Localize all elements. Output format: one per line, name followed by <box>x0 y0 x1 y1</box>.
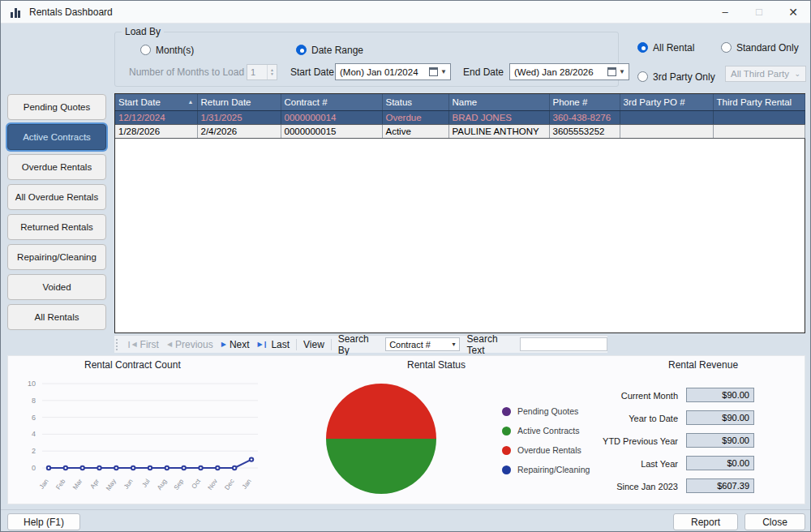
toolbar-grip-icon <box>116 339 120 350</box>
toolbar-separator <box>296 339 297 350</box>
report-button[interactable]: Report <box>673 513 738 530</box>
legend-item: Repairing/Cleaning <box>502 464 590 475</box>
minimize-button[interactable]: – <box>708 1 742 23</box>
calendar-icon[interactable] <box>429 67 438 76</box>
radio-icon[interactable] <box>140 45 151 55</box>
view-button[interactable]: View <box>303 339 324 350</box>
calendar-icon[interactable] <box>607 67 616 76</box>
sort-ascending-icon: ▲ <box>188 99 194 105</box>
standard-only-radio[interactable]: Standard Only <box>721 40 799 53</box>
close-button[interactable]: ✕ <box>776 1 810 23</box>
column-header-name[interactable]: Name <box>448 94 549 110</box>
chevron-down-icon[interactable]: ▼ <box>440 68 447 75</box>
radio-icon[interactable] <box>637 71 648 82</box>
cell-phone[interactable]: 3605553252 <box>549 124 620 138</box>
search-by-dropdown[interactable]: Contract # ▾ <box>385 337 459 351</box>
chevron-down-icon[interactable]: ▼ <box>619 68 625 75</box>
third-party-only-radio[interactable]: 3rd Party Only <box>637 69 715 82</box>
cell-start-date[interactable]: 1/28/2026 <box>115 124 197 138</box>
help-button[interactable]: Help (F1) <box>7 513 80 530</box>
record-navigation-toolbar: ❙◀First ◀Previous ▶Next ▶❙Last View Sear… <box>114 335 607 353</box>
svg-text:4: 4 <box>32 430 36 438</box>
svg-text:Mar: Mar <box>71 478 84 491</box>
legend-item: Active Contracts <box>502 425 579 436</box>
last-button[interactable]: ▶❙Last <box>258 339 290 350</box>
column-label: Start Date <box>118 97 161 107</box>
column-header-start-date[interactable]: Start Date▲ <box>115 94 197 110</box>
revenue-row-label: Since Jan 2023 <box>589 482 678 491</box>
cell-contract[interactable]: 0000000014 <box>281 110 382 124</box>
radio-checked-icon[interactable] <box>296 45 307 55</box>
chevron-down-icon: ⌄ <box>789 70 805 78</box>
sidebar-item-pending-quotes[interactable]: Pending Quotes <box>7 94 106 120</box>
svg-text:6: 6 <box>32 414 36 422</box>
start-date-picker[interactable]: (Mon) Jan 01/2024 ▼ <box>335 63 451 80</box>
cell-status[interactable]: Overdue <box>382 110 448 124</box>
svg-text:Jun: Jun <box>122 478 135 491</box>
column-header-3rd-party-po[interactable]: 3rd Party PO # <box>620 94 713 110</box>
previous-icon: ◀ <box>167 341 172 348</box>
view-label: View <box>303 339 324 350</box>
next-button[interactable]: ▶Next <box>221 339 250 350</box>
stepper-arrows-icon[interactable]: ▲▼ <box>267 65 277 79</box>
svg-text:Jan: Jan <box>241 478 253 491</box>
table-row[interactable]: 1/28/2026 2/4/2026 0000000015 Active PAU… <box>115 124 805 138</box>
sidebar-item-voided[interactable]: Voided <box>7 274 106 300</box>
standard-only-label: Standard Only <box>736 42 799 54</box>
cell-name[interactable]: BRAD JONES <box>448 110 549 124</box>
search-text-input[interactable] <box>520 337 607 351</box>
all-rental-radio[interactable]: All Rental <box>637 40 694 53</box>
svg-text:Sep: Sep <box>173 478 186 491</box>
title-bar: Rentals Dashboard – □ ✕ <box>1 1 810 24</box>
cell-return-date[interactable]: 1/31/2025 <box>197 110 281 124</box>
since-jan-2023-field: $607.39 <box>686 478 754 493</box>
months-to-load-input[interactable] <box>247 65 267 79</box>
cell-third-party[interactable] <box>713 124 805 138</box>
radio-icon[interactable] <box>721 42 732 53</box>
date-range-radio[interactable]: Date Range <box>296 42 363 57</box>
cell-po[interactable] <box>620 124 713 138</box>
revenue-row-label: Year to Date <box>589 414 678 423</box>
legend-dot-icon <box>502 427 511 435</box>
column-header-third-party-rental[interactable]: Third Party Rental <box>713 94 805 110</box>
column-header-return-date[interactable]: Return Date <box>197 94 281 110</box>
next-icon: ▶ <box>221 341 226 348</box>
all-rental-label: All Rental <box>653 42 694 54</box>
sidebar-item-all-rentals[interactable]: All Rentals <box>7 304 106 330</box>
svg-text:2: 2 <box>32 447 36 455</box>
column-header-phone[interactable]: Phone # <box>549 94 620 110</box>
cell-name[interactable]: PAULINE ANTHONY <box>448 124 549 138</box>
revenue-row-label: YTD Previous Year <box>589 436 678 446</box>
column-header-contract[interactable]: Contract # <box>281 94 382 110</box>
cell-contract[interactable]: 0000000015 <box>281 124 382 138</box>
legend-dot-icon <box>502 446 511 455</box>
cell-return-date[interactable]: 2/4/2026 <box>197 124 281 138</box>
column-header-status[interactable]: Status <box>382 94 448 110</box>
sidebar-item-all-overdue-rentals[interactable]: All Overdue Rentals <box>7 184 106 210</box>
svg-text:0: 0 <box>32 464 36 472</box>
cell-start-date[interactable]: 12/12/2024 <box>115 110 197 124</box>
sidebar-item-repairing-cleaning[interactable]: Repairing/Cleaning <box>7 244 106 270</box>
footer-bar: Help (F1) Report Close <box>1 509 810 532</box>
start-date-label: Start Date <box>290 66 334 78</box>
radio-checked-icon[interactable] <box>637 42 648 53</box>
svg-text:8: 8 <box>32 397 36 405</box>
contracts-table: Start Date▲ Return Date Contract # Statu… <box>114 93 805 333</box>
cell-third-party[interactable] <box>713 110 805 124</box>
svg-text:10: 10 <box>28 380 36 388</box>
third-party-dropdown-value: All Third Party <box>726 69 789 79</box>
table-row[interactable]: 12/12/2024 1/31/2025 0000000014 Overdue … <box>115 110 805 124</box>
third-party-dropdown: All Third Party ⌄ <box>725 66 806 82</box>
end-date-value: (Wed) Jan 28/2026 <box>510 67 607 77</box>
cell-po[interactable] <box>620 110 713 124</box>
third-party-only-label: 3rd Party Only <box>653 71 715 83</box>
cell-phone[interactable]: 360-438-8276 <box>549 110 620 124</box>
end-date-picker[interactable]: (Wed) Jan 28/2026 ▼ <box>509 63 629 80</box>
months-to-load-stepper[interactable]: ▲▼ <box>247 64 277 80</box>
close-dialog-button[interactable]: Close <box>744 513 805 530</box>
cell-status[interactable]: Active <box>382 124 448 138</box>
months-radio[interactable]: Month(s) <box>140 42 194 57</box>
sidebar-item-returned-rentals[interactable]: Returned Rentals <box>7 214 106 240</box>
sidebar-item-active-contracts[interactable]: Active Contracts <box>7 124 106 150</box>
sidebar-item-overdue-rentals[interactable]: Overdue Rentals <box>7 154 106 180</box>
